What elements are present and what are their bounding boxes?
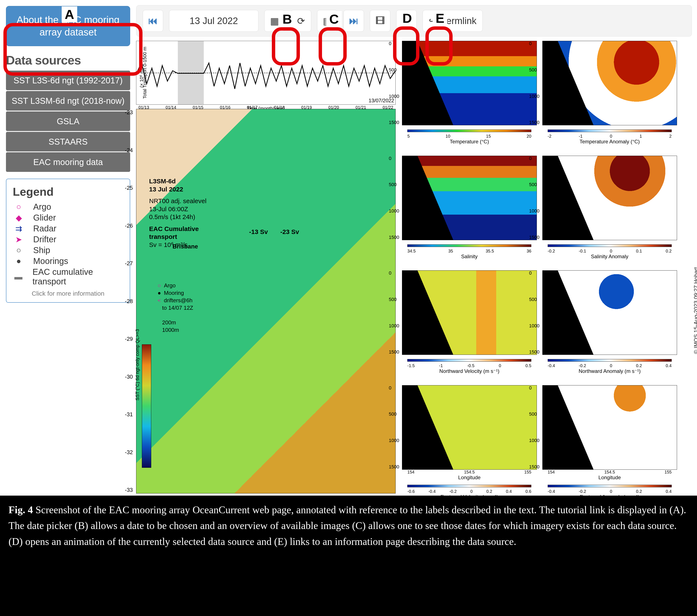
legend-symbol: ⇉: [13, 224, 25, 233]
section-panel: 050010001500Depth (m)34.53535.536Salinit…: [402, 156, 537, 264]
sec-colorbar: [407, 130, 531, 132]
data-source-item[interactable]: SST L3SM-6d ngt (2018-now): [6, 91, 130, 111]
sec-colorbar-ticks: -2-1012: [548, 134, 672, 139]
data-sources-list: SST L3S-6d ngt (1992-2017) SST L3SM-6d n…: [6, 71, 130, 172]
annotation-label-e: E: [433, 10, 447, 26]
bathy-mask: [402, 41, 453, 125]
legend-box[interactable]: Legend ○Argo◆Glider⇉Radar➤Drifter○Ship●M…: [6, 179, 130, 303]
sec-plot: [543, 385, 677, 470]
map-overlay-text: L3SM-6d 13 Jul 2022 NRT00 adj. sealevel …: [149, 177, 207, 249]
map-inset-legend: ○Argo ●Mooring <drifters@6h to 14/07 12Z…: [158, 281, 193, 334]
legend-symbol: ➤: [13, 235, 25, 244]
legend-row: ⇉Radar: [13, 224, 123, 233]
step-back-icon: ⏮: [148, 16, 158, 26]
legend-symbol: ◆: [13, 213, 25, 222]
sec-colorbar: [407, 485, 531, 487]
sec-colorbar: [548, 359, 672, 362]
next-date-button[interactable]: ⏭: [343, 10, 364, 32]
bathy-mask: [543, 41, 594, 125]
sec-xlabel: Longitude: [543, 474, 677, 481]
map-colorbar-label: SST (°C) 6d ngt-only comp QL>=3: [135, 329, 140, 400]
legend-symbol: ○: [13, 202, 25, 211]
calendar-icon: ▦: [270, 16, 279, 26]
map-sv-labels: -13 Sv -23 Sv: [249, 228, 299, 235]
data-source-item[interactable]: GSLA: [6, 112, 130, 131]
sec-plot: [543, 270, 677, 355]
annotation-label-d: D: [399, 10, 415, 26]
data-source-item[interactable]: SST L3S-6d ngt (1992-2017): [6, 71, 130, 90]
sst-map-panel: -23-24-25-26-27-28-29-30-31-32-33 151152…: [136, 109, 396, 494]
sec-colorbar-ticks: -0.4-0.200.20.4: [548, 489, 672, 494]
sec-depth-ticks: 050010001500: [529, 385, 539, 470]
legend-row: ▬EAC cumulative transport: [13, 267, 123, 286]
sec-colorbar-ticks: -0.4-0.200.20.4: [548, 363, 672, 368]
sec-colorbar-ticks: -0.6-0.4-0.200.20.40.6: [407, 489, 531, 494]
sec-xticks: 154154.5155: [407, 470, 531, 474]
legend-label: Moorings: [33, 256, 68, 266]
bathy-mask: [543, 270, 594, 355]
step-forward-icon: ⏭: [349, 16, 358, 26]
sec-colorbar-label: Northward Velocity (m s⁻¹): [402, 368, 537, 374]
sec-colorbar: [548, 130, 672, 132]
legend-label: Drifter: [33, 235, 56, 244]
sidebar: About the EAC mooring array dataset Data…: [0, 0, 136, 496]
sec-plot: [402, 385, 537, 470]
data-sources-heading: Data sources: [6, 53, 130, 67]
sec-plot: [402, 156, 537, 240]
copyright-text: © IMOS 15-Aug-2023 09:27 Hobart: [693, 267, 697, 354]
map-colorbar: [142, 344, 151, 468]
sec-colorbar-label: Eastward Velocity (m s⁻¹): [402, 494, 537, 500]
bathy-mask: [402, 385, 453, 469]
data-sources-section: Data sources SST L3S-6d ngt (1992-2017) …: [6, 53, 130, 172]
animation-button[interactable]: 🎞: [370, 10, 390, 32]
legend-symbol: ○: [13, 246, 25, 255]
sec-depth-ticks: 050010001500: [389, 385, 399, 470]
sec-colorbar-label: Salinity: [402, 253, 537, 260]
section-panel: 050010001500Depth (m)-1.5-1-0.500.5North…: [402, 270, 537, 379]
caption-text: Screenshot of the EAC mooring array Ocea…: [9, 504, 686, 547]
sec-colorbar-ticks: 34.53535.536: [407, 249, 531, 253]
sec-colorbar: [407, 245, 531, 247]
legend-label: Ship: [33, 246, 50, 255]
caption-fig-label: Fig. 4: [9, 504, 33, 515]
refresh-icon: ⟳: [297, 16, 305, 26]
legend-symbol: ▬: [13, 272, 24, 281]
sec-depth-ticks: 050010001500: [529, 41, 539, 125]
data-source-item[interactable]: EAC mooring data: [6, 152, 130, 172]
permlink-button[interactable]: ↪ Permlink: [422, 10, 483, 32]
app-frame: About the EAC mooring array dataset Data…: [0, 0, 697, 496]
legend-row: ○Ship: [13, 246, 123, 255]
sec-colorbar-label: Temperature (°C): [402, 139, 537, 145]
legend-label: Glider: [33, 213, 56, 222]
legend-footer: Click for more information: [13, 289, 123, 297]
sec-depth-ticks: 050010001500: [529, 270, 539, 355]
transport-timeseries-panel: Total Transport 0-1500 m (× 10⁶ m³ S⁻¹) …: [136, 41, 396, 105]
sec-colorbar-ticks: 5101520: [407, 134, 531, 139]
sec-colorbar: [407, 359, 531, 362]
main-column: ⏮ 13 Jul 2022 ▦ ⟳ ▤ ⏭ 🎞 i ↪ Permlink Tot…: [136, 0, 697, 496]
sec-colorbar-label: Temperature Anomaly (°C): [543, 139, 677, 145]
sec-colorbar-ticks: -0.2-0.100.10.2: [548, 249, 672, 253]
bathy-mask: [543, 385, 594, 469]
bathy-mask: [402, 270, 453, 355]
sec-depth-ticks: 050010001500: [389, 270, 399, 355]
bathy-mask: [543, 156, 594, 240]
section-panel: 050010001500Depth (m)-2-1012Temperature …: [543, 41, 677, 149]
sec-plot: [402, 41, 537, 125]
annotation-label-b: B: [280, 11, 295, 27]
section-panel: 050010001500Depth (m)154154.5155Longitud…: [402, 385, 537, 494]
legend-label: Radar: [33, 224, 56, 233]
film-icon: 🎞: [375, 16, 385, 26]
map-lon-axis: 151152153154155156157158159: [136, 494, 396, 501]
sec-colorbar-label: Eastward Anomaly (m s⁻¹): [543, 494, 677, 500]
section-panels-grid: © IMOS 15-Aug-2023 09:27 Hobart 05001000…: [402, 41, 692, 494]
sec-colorbar: [548, 245, 672, 247]
legend-row: ●Moorings: [13, 256, 123, 266]
legend-symbol: ●: [13, 256, 25, 266]
sec-colorbar-label: Salinity Anomaly: [543, 253, 677, 260]
data-source-item[interactable]: SSTAARS: [6, 132, 130, 151]
annotation-label-c: C: [326, 11, 342, 27]
sec-plot: [543, 41, 677, 125]
prev-date-button[interactable]: ⏮: [143, 10, 163, 32]
current-date-display[interactable]: 13 Jul 2022: [169, 10, 258, 32]
